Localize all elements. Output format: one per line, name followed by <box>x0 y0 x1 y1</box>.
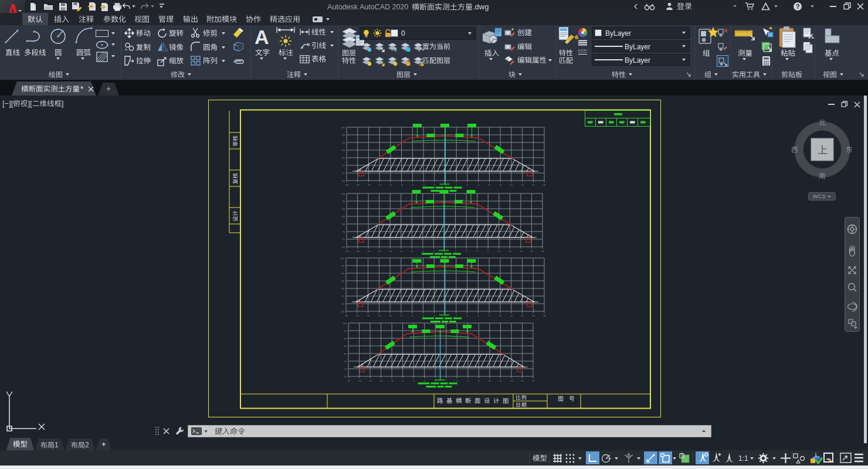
svg-text:-10: -10 <box>389 183 393 186</box>
svg-text:-14: -14 <box>367 183 371 186</box>
svg-text:12: 12 <box>508 250 511 253</box>
svg-text:6: 6 <box>478 183 480 186</box>
svg-text:-2: -2 <box>433 250 435 253</box>
svg-text:100: 100 <box>341 192 345 195</box>
svg-text:6: 6 <box>477 314 479 317</box>
svg-text:-6: -6 <box>411 250 413 253</box>
svg-text:8: 8 <box>487 250 489 253</box>
svg-text:65: 65 <box>344 375 347 378</box>
svg-text:10: 10 <box>498 250 501 253</box>
svg-text:12: 12 <box>510 183 513 186</box>
svg-text:100: 100 <box>343 322 347 325</box>
svg-text:65: 65 <box>342 179 345 182</box>
svg-text:90: 90 <box>342 208 345 210</box>
svg-text:80: 80 <box>342 223 345 226</box>
svg-text:100: 100 <box>341 126 345 129</box>
svg-text:4: 4 <box>456 379 458 382</box>
svg-text:?: ? <box>796 3 800 10</box>
svg-text:90: 90 <box>342 141 345 144</box>
svg-text:70: 70 <box>342 238 345 241</box>
svg-text:-10: -10 <box>388 250 392 253</box>
svg-text:-8: -8 <box>400 314 402 317</box>
svg-text:2: 2 <box>446 379 447 382</box>
svg-text:-18: -18 <box>344 314 348 317</box>
svg-text:-4: -4 <box>412 379 415 382</box>
svg-text:95: 95 <box>344 329 347 332</box>
svg-text:-12: -12 <box>378 183 382 186</box>
svg-text:10: 10 <box>499 314 502 317</box>
svg-text:-12: -12 <box>378 250 382 253</box>
svg-text:16: 16 <box>532 314 535 317</box>
svg-text:85: 85 <box>341 280 344 283</box>
svg-text:16: 16 <box>530 250 533 253</box>
svg-text:75: 75 <box>342 164 345 167</box>
svg-text:-14: -14 <box>367 250 371 253</box>
svg-text:-8: -8 <box>400 250 402 253</box>
svg-text:10: 10 <box>489 379 491 382</box>
svg-text:95: 95 <box>342 134 345 137</box>
svg-text:-6: -6 <box>402 379 404 382</box>
svg-text:14: 14 <box>520 250 523 253</box>
svg-text:18: 18 <box>541 250 544 253</box>
svg-text:12: 12 <box>510 314 513 317</box>
svg-text:80: 80 <box>341 287 344 290</box>
svg-text:14: 14 <box>510 379 513 382</box>
svg-text:2: 2 <box>455 250 456 253</box>
svg-text:4: 4 <box>466 250 467 253</box>
svg-text:-14: -14 <box>358 379 362 382</box>
svg-text:6: 6 <box>477 250 479 253</box>
svg-text:80: 80 <box>342 157 345 159</box>
svg-text:14: 14 <box>521 314 524 317</box>
svg-text:-2: -2 <box>423 379 426 382</box>
svg-text:16: 16 <box>521 379 524 382</box>
svg-text:2: 2 <box>456 314 457 317</box>
svg-text:70: 70 <box>342 172 345 175</box>
svg-text:-4: -4 <box>422 183 425 186</box>
svg-text:65: 65 <box>341 310 344 313</box>
svg-text:85: 85 <box>344 345 347 348</box>
svg-text:75: 75 <box>342 230 345 233</box>
svg-text:75: 75 <box>341 295 344 298</box>
svg-text:-18: -18 <box>345 183 349 186</box>
svg-text:-12: -12 <box>377 314 381 317</box>
svg-text:14: 14 <box>521 183 524 186</box>
svg-text:90: 90 <box>341 272 344 275</box>
svg-text:-18: -18 <box>345 250 349 253</box>
svg-text:18: 18 <box>543 314 546 317</box>
svg-text:-14: -14 <box>367 314 371 317</box>
svg-text:-16: -16 <box>355 314 360 317</box>
svg-text:70: 70 <box>344 368 347 371</box>
svg-text:10: 10 <box>499 183 502 186</box>
svg-text:12: 12 <box>499 379 502 382</box>
svg-text:8: 8 <box>489 314 490 317</box>
svg-text:70: 70 <box>341 303 344 305</box>
svg-text:4: 4 <box>467 183 469 186</box>
svg-text:6: 6 <box>467 379 469 382</box>
svg-text:-10: -10 <box>388 314 392 317</box>
svg-text:-8: -8 <box>401 183 403 186</box>
svg-text:-2: -2 <box>433 314 435 317</box>
svg-text:-12: -12 <box>368 379 372 382</box>
svg-text:4: 4 <box>466 314 468 317</box>
svg-text:-16: -16 <box>356 183 360 186</box>
svg-text:16: 16 <box>532 183 535 186</box>
svg-text:8: 8 <box>489 183 490 186</box>
svg-text:95: 95 <box>341 264 344 267</box>
svg-text:100: 100 <box>340 257 345 260</box>
svg-text:2: 2 <box>456 183 457 186</box>
svg-text:-6: -6 <box>411 314 413 317</box>
svg-text:85: 85 <box>342 149 345 152</box>
svg-text:18: 18 <box>532 379 535 382</box>
svg-text:-8: -8 <box>391 379 393 382</box>
svg-text:-4: -4 <box>422 250 424 253</box>
svg-text:75: 75 <box>344 360 347 363</box>
svg-text:65: 65 <box>342 246 345 249</box>
svg-text:85: 85 <box>342 215 345 218</box>
svg-text:95: 95 <box>342 200 345 203</box>
svg-text:8: 8 <box>478 379 480 382</box>
svg-text:-10: -10 <box>379 379 384 382</box>
svg-text:-16: -16 <box>356 250 360 253</box>
svg-text:-2: -2 <box>433 183 436 186</box>
svg-text:-6: -6 <box>412 183 414 186</box>
svg-text:80: 80 <box>344 352 347 355</box>
